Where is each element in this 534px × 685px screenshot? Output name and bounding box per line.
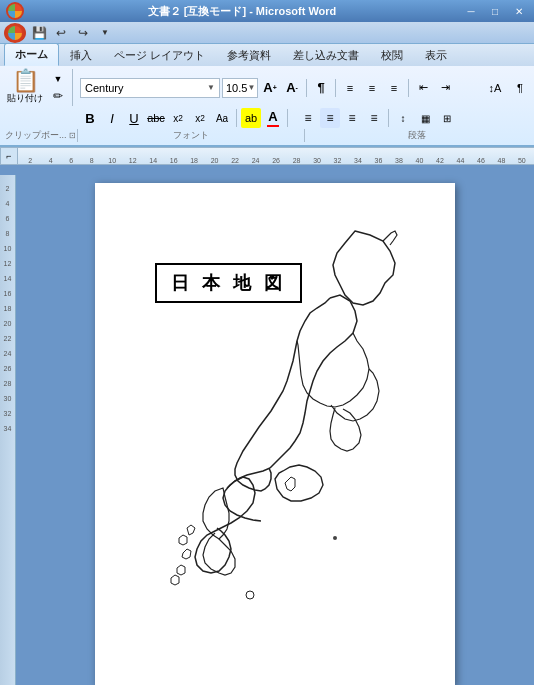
map-title: 日 本 地 図 xyxy=(155,263,302,303)
multilevel-list-button[interactable]: ≡ xyxy=(384,78,404,98)
strikethrough-button[interactable]: abc xyxy=(146,108,166,128)
vertical-ruler: 2 4 6 8 10 12 14 16 18 20 22 24 26 28 30… xyxy=(0,175,16,685)
font-size-arrow: ▼ xyxy=(247,83,255,92)
document-page: 日 本 地 図 xyxy=(95,183,455,685)
map-container: 日 本 地 図 xyxy=(135,223,415,603)
maximize-button[interactable]: □ xyxy=(484,0,506,22)
tab-review[interactable]: 校閲 xyxy=(370,44,414,66)
ruler-area: ⌐ 2 4 6 8 10 12 14 16 18 20 22 24 26 28 … xyxy=(0,147,534,165)
borders-button[interactable]: ⊞ xyxy=(437,108,457,128)
sort-button[interactable]: ↕A xyxy=(482,78,508,98)
show-hide-button[interactable]: ¶ xyxy=(311,78,331,98)
title-bar: 文書２ [互換モード] - Microsoft Word ─ □ ✕ xyxy=(0,0,534,22)
superscript-button[interactable]: x2 xyxy=(190,108,210,128)
save-button[interactable]: 💾 xyxy=(30,24,48,42)
office-button[interactable] xyxy=(6,2,24,20)
font-name-arrow: ▼ xyxy=(207,83,215,92)
customize-quick-access-button[interactable]: ▼ xyxy=(96,24,114,42)
svg-point-0 xyxy=(246,591,254,599)
paragraph-mark-button[interactable]: ¶ xyxy=(510,78,530,98)
align-right-button[interactable]: ≡ xyxy=(342,108,362,128)
document-area: 2 4 6 8 10 12 14 16 18 20 22 24 26 28 30… xyxy=(0,165,534,685)
svg-point-1 xyxy=(333,536,337,540)
separator xyxy=(306,79,307,97)
separator3 xyxy=(408,79,409,97)
font-size-dropdown[interactable]: 10.5 ▼ xyxy=(222,78,258,98)
increase-font-button[interactable]: A+ xyxy=(260,78,280,98)
paste-dropdown-button[interactable]: ▼ xyxy=(48,71,68,87)
tab-insert[interactable]: 挿入 xyxy=(59,44,103,66)
tab-references[interactable]: 参考資料 xyxy=(216,44,282,66)
tab-page-layout[interactable]: ページ レイアウト xyxy=(103,44,216,66)
font-name-dropdown[interactable]: Century ▼ xyxy=(80,78,220,98)
office-menu-button[interactable] xyxy=(4,23,26,43)
shading-button[interactable]: ▦ xyxy=(415,108,435,128)
ruler-type-button[interactable]: ⌐ xyxy=(0,147,18,165)
underline-button[interactable]: U xyxy=(124,108,144,128)
bullets-button[interactable]: ≡ xyxy=(340,78,360,98)
horizontal-ruler: 2 4 6 8 10 12 14 16 18 20 22 24 26 28 30… xyxy=(18,147,534,165)
align-left-button[interactable]: ≡ xyxy=(298,108,318,128)
tab-home[interactable]: ホーム xyxy=(4,43,59,66)
subscript-button[interactable]: x2 xyxy=(168,108,188,128)
separator2 xyxy=(335,79,336,97)
paste-button[interactable]: 📋 貼り付け xyxy=(4,69,46,106)
decrease-indent-button[interactable]: ⇤ xyxy=(413,78,433,98)
clipboard-label: クリップボー... ⊡ xyxy=(4,129,78,142)
align-sep xyxy=(388,109,389,127)
paragraph-sep xyxy=(287,109,288,127)
highlight-button[interactable]: ab xyxy=(241,108,261,128)
align-center-button[interactable]: ≡ xyxy=(320,108,340,128)
font-section-label: フォント xyxy=(78,129,305,142)
format-painter-button[interactable]: ✏ xyxy=(48,88,68,104)
numbering-button[interactable]: ≡ xyxy=(362,78,382,98)
window-title: 文書２ [互換モード] - Microsoft Word xyxy=(24,4,460,19)
minimize-button[interactable]: ─ xyxy=(460,0,482,22)
decrease-font-button[interactable]: A- xyxy=(282,78,302,98)
redo-button[interactable]: ↪ xyxy=(74,24,92,42)
undo-button[interactable]: ↩ xyxy=(52,24,70,42)
tab-view[interactable]: 表示 xyxy=(414,44,458,66)
ribbon-tabs: ホーム 挿入 ページ レイアウト 参考資料 差し込み文書 校閲 表示 xyxy=(0,44,534,66)
font-color-bar xyxy=(267,125,279,127)
bold-button[interactable]: B xyxy=(80,108,100,128)
font-color-button[interactable]: A xyxy=(263,108,283,128)
close-button[interactable]: ✕ xyxy=(508,0,530,22)
change-case-button[interactable]: Aa xyxy=(212,108,232,128)
paragraph-section-label: 段落 xyxy=(305,129,531,142)
justify-button[interactable]: ≡ xyxy=(364,108,384,128)
ribbon: 📋 貼り付け ▼ ✏ Century ▼ 10.5 ▼ A+ A- ¶ xyxy=(0,66,534,147)
quick-access-toolbar: 💾 ↩ ↪ ▼ xyxy=(0,22,534,44)
line-spacing-button[interactable]: ↕ xyxy=(393,108,413,128)
italic-button[interactable]: I xyxy=(102,108,122,128)
font-separator xyxy=(236,109,237,127)
tab-mailings[interactable]: 差し込み文書 xyxy=(282,44,370,66)
increase-indent-button[interactable]: ⇥ xyxy=(435,78,455,98)
